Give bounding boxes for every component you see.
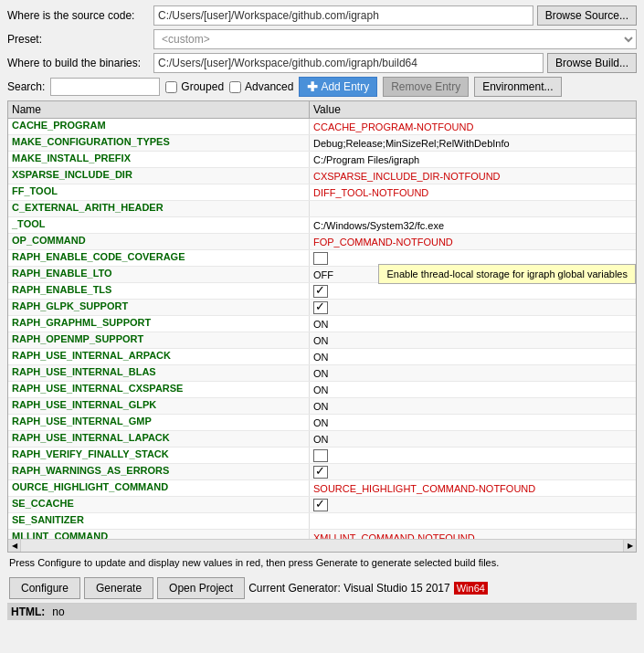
cell-name: RAPH_GRAPHML_SUPPORT [8,316,310,332]
checkbox-cell[interactable] [313,252,328,265]
table-row[interactable]: RAPH_USE_INTERNAL_GMPON [8,415,636,431]
advanced-label: Advanced [245,80,293,93]
cell-value: DIFF_TOOL-NOTFOUND [310,184,636,200]
preset-select[interactable]: <custom> [153,29,637,49]
cell-name: RAPH_OPENMP_SUPPORT [8,332,310,348]
table-row[interactable]: SE_CCACHE [8,497,636,513]
table-row[interactable]: RAPH_WARNINGS_AS_ERRORS [8,464,636,480]
cell-name: RAPH_ENABLE_TLS [8,283,310,299]
table-row[interactable]: MAKE_CONFIGURATION_TYPESDebug;Release;Mi… [8,135,636,152]
cell-name: OURCE_HIGHLIGHT_COMMAND [8,480,310,496]
cell-value: C:/Windows/System32/fc.exe [310,217,636,233]
cell-value: ON [310,316,636,332]
remove-entry-button[interactable]: Remove Entry [383,77,469,97]
table-row[interactable]: MAKE_INSTALL_PREFIXC:/Program Files/igra… [8,152,636,168]
cell-value: FOP_COMMAND-NOTFOUND [310,234,636,249]
preset-label: Preset: [7,33,153,46]
cell-value: ON [310,349,636,364]
browse-build-button[interactable]: Browse Build... [547,53,637,73]
horizontal-scrollbar[interactable]: ◀ ▶ [8,539,636,552]
checkbox-cell[interactable] [313,499,328,511]
table-body[interactable]: CACHE_PROGRAMCCACHE_PROGRAM-NOTFOUNDMAKE… [8,119,636,539]
table-row[interactable]: RAPH_USE_INTERNAL_LAPACKON [8,431,636,448]
cell-value: Debug;Release;MinSizeRel;RelWithDebInfo [310,135,636,151]
grouped-checkbox-group: Grouped [165,80,224,93]
bottom-buttons: Configure Generate Open Project Current … [7,574,637,603]
table-row[interactable]: RAPH_USE_INTERNAL_GLPKON [8,398,636,415]
cell-value [310,300,636,315]
table-row[interactable]: RAPH_USE_INTERNAL_BLASON [8,365,636,382]
table-row[interactable]: RAPH_USE_INTERNAL_CXSPARSEON [8,382,636,398]
status-bar: Press Configure to update and display ne… [7,553,637,574]
generator-highlight: Win64 [454,582,488,595]
table-row[interactable]: OURCE_HIGHLIGHT_COMMANDSOURCE_HIGHLIGHT_… [8,480,636,497]
open-project-button[interactable]: Open Project [157,577,245,599]
table-row[interactable]: RAPH_GLPK_SUPPORT [8,300,636,316]
col-name-header: Name [8,101,310,118]
source-input[interactable] [153,5,533,26]
cell-name: RAPH_USE_INTERNAL_GMP [8,415,310,430]
cell-name: FF_TOOL [8,184,310,200]
table-row[interactable]: RAPH_VERIFY_FINALLY_STACK [8,448,636,464]
cell-value: ON [310,332,636,348]
cell-name: RAPH_WARNINGS_AS_ERRORS [8,464,310,479]
cell-name: C_EXTERNAL_ARITH_HEADER [8,201,310,216]
cell-name: RAPH_USE_INTERNAL_LAPACK [8,431,310,447]
html-value: no [52,606,64,618]
configure-button[interactable]: Configure [9,577,80,599]
cell-value: ON [310,365,636,381]
cell-name: RAPH_ENABLE_CODE_COVERAGE [8,250,310,266]
table-row[interactable]: FF_TOOLDIFF_TOOL-NOTFOUND [8,184,636,201]
cell-value: CCACHE_PROGRAM-NOTFOUND [310,119,636,134]
cell-name: RAPH_GLPK_SUPPORT [8,300,310,315]
search-input[interactable] [50,78,160,96]
advanced-checkbox-group: Advanced [229,80,293,93]
hscroll-left-button[interactable]: ◀ [8,540,21,553]
environment-button[interactable]: Environment... [474,77,561,97]
add-entry-button[interactable]: ✚ Add Entry [299,77,377,97]
cell-name: RAPH_VERIFY_FINALLY_STACK [8,448,310,463]
main-container: Where is the source code: Browse Source.… [0,0,644,626]
search-label: Search: [7,80,45,93]
table-row[interactable]: C_EXTERNAL_ARITH_HEADER [8,201,636,217]
cmake-table: Name Value CACHE_PROGRAMCCACHE_PROGRAM-N… [7,100,637,553]
generator-text: Current Generator: Visual Studio 15 2017 [248,582,450,595]
table-row[interactable]: RAPH_USE_INTERNAL_ARPACKON [8,349,636,365]
cell-value: ON [310,415,636,430]
checkbox-cell[interactable] [313,285,328,298]
checkbox-cell[interactable] [313,466,328,479]
cell-value [310,201,636,216]
table-row[interactable]: MLLINT_COMMANDXMLLINT_COMMAND-NOTFOUND [8,530,636,539]
hscroll-right-button[interactable]: ▶ [623,540,636,553]
cell-name: CACHE_PROGRAM [8,119,310,134]
preset-row: Preset: <custom> [7,29,637,49]
table-row[interactable]: _TOOLC:/Windows/System32/fc.exe [8,217,636,234]
advanced-checkbox[interactable] [229,81,241,93]
table-row[interactable]: CACHE_PROGRAMCCACHE_PROGRAM-NOTFOUND [8,119,636,135]
grouped-checkbox[interactable] [165,81,177,93]
browse-source-button[interactable]: Browse Source... [537,5,637,26]
cell-name: RAPH_USE_INTERNAL_BLAS [8,365,310,381]
cell-name: MAKE_INSTALL_PREFIX [8,152,310,167]
checkbox-cell[interactable] [313,301,328,314]
cell-value [310,283,636,299]
cell-name: MAKE_CONFIGURATION_TYPES [8,135,310,151]
checkbox-cell[interactable] [313,449,328,462]
build-input[interactable] [153,53,544,73]
table-row[interactable]: XSPARSE_INCLUDE_DIRCXSPARSE_INCLUDE_DIR-… [8,168,636,184]
cell-name: RAPH_ENABLE_LTO [8,267,310,282]
cell-name: XSPARSE_INCLUDE_DIR [8,168,310,184]
hscroll-track[interactable] [21,540,623,553]
generate-button[interactable]: Generate [84,577,153,599]
cell-name: SE_CCACHE [8,497,310,512]
table-row[interactable]: RAPH_ENABLE_TLS [8,283,636,300]
cell-value: SOURCE_HIGHLIGHT_COMMAND-NOTFOUND [310,480,636,496]
table-row[interactable]: OP_COMMANDFOP_COMMAND-NOTFOUND [8,234,636,250]
table-row[interactable]: SE_SANITIZER [8,513,636,530]
table-row[interactable]: RAPH_OPENMP_SUPPORTON [8,332,636,349]
cell-value: CXSPARSE_INCLUDE_DIR-NOTFOUND [310,168,636,184]
cell-name: OP_COMMAND [8,234,310,249]
cell-name: RAPH_USE_INTERNAL_CXSPARSE [8,382,310,397]
cell-name: RAPH_USE_INTERNAL_GLPK [8,398,310,414]
table-row[interactable]: RAPH_GRAPHML_SUPPORTON [8,316,636,332]
